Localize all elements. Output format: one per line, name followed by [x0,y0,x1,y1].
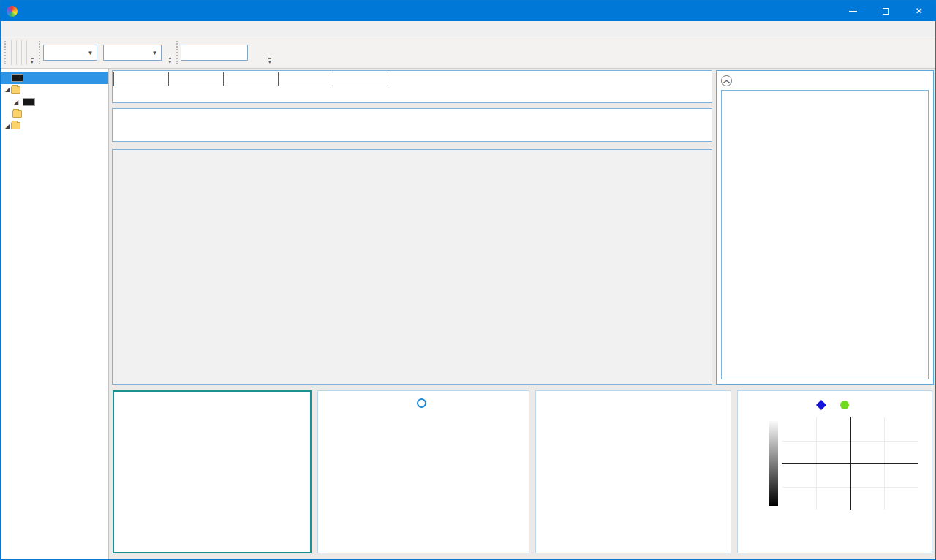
toolbar-overflow-icon[interactable]: ▾ [169,58,172,64]
app-window: ✕ ▾ ▼ ▼ [0,0,936,560]
tolerance-table [113,72,388,86]
chevron-down-icon: ▼ [152,50,158,56]
chevron-down-icon: ▼ [88,50,94,56]
color-wheel-panel[interactable] [737,390,932,553]
ab-color-wheel [782,417,918,510]
tree-item-selected[interactable] [1,72,108,84]
expander-icon[interactable]: ◢ [12,99,20,105]
close-button[interactable]: ✕ [902,1,935,21]
tree-folder-all[interactable]: ◢ [1,120,108,132]
search-input[interactable] [181,45,248,61]
toolbar-separator [26,40,27,65]
expander-icon[interactable]: ◢ [4,86,11,93]
spectral-reflectance-chart [536,391,731,501]
color-difference-panel: ︿ [716,70,934,385]
toolbar-separator [16,40,17,65]
minimize-icon [849,11,857,12]
toolbar-separator [11,40,12,65]
search-icon [252,47,263,58]
sample-grid-box [112,149,712,385]
delta-e-line-chart [317,412,529,521]
collapse-icon[interactable]: ︿ [721,75,732,86]
toolbar-grip [176,41,178,64]
folder-icon [11,122,20,129]
delta-ab-scatter-chart [114,417,212,527]
standard-box [112,108,712,142]
color-swatch [23,98,35,106]
toolbar-separator [21,40,22,65]
standard-marker-icon [815,400,826,410]
toolbar: ▾ ▼ ▼ ▾ ▾ [1,37,935,69]
tolerance-row[interactable] [114,72,388,86]
folder-icon [11,86,20,94]
sample-marker-icon [840,401,849,409]
expander-icon[interactable]: ◢ [4,123,11,129]
tree-item-standard[interactable]: ◢ [1,96,108,108]
folder-icon [12,110,22,118]
color-swatch [11,74,23,82]
maximize-button[interactable] [869,1,902,21]
toolbar-grip [4,41,6,64]
menu-bar [1,21,935,37]
legend-marker-icon [417,398,426,408]
search-button[interactable] [248,44,267,61]
illuminant-select[interactable]: ▼ [103,45,162,61]
lightness-gradient-bar [769,421,778,506]
spectral-panel[interactable] [535,390,731,553]
app-logo-icon [7,6,18,17]
maximize-icon [883,8,889,15]
tree-folder-absolute[interactable] [1,108,108,121]
delta-l-scatter-chart [212,417,310,527]
toolbar-overflow-icon[interactable]: ▾ [31,58,34,64]
toolbar-overflow-icon[interactable]: ▾ [268,58,271,64]
tree-folder-standard[interactable]: ◢ [1,84,108,97]
minimize-button[interactable] [837,1,869,21]
tolerance-box [112,70,712,103]
charts-row [109,385,935,559]
sci-sce-select[interactable]: ▼ [43,45,97,61]
sample-tree: ◢ ◢ ◢ [1,69,109,559]
toolbar-grip [39,41,40,64]
delta-e-trend-panel[interactable] [317,390,529,553]
titlebar: ✕ [1,1,935,21]
delta-ab-scatter-panel[interactable] [113,390,312,553]
